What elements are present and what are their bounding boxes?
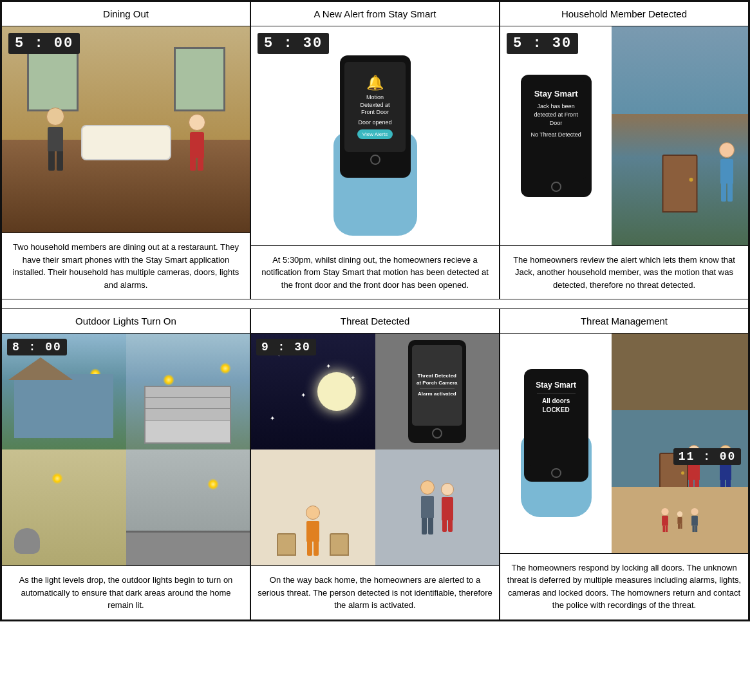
threat-text: Threat Detected at Porch Camera bbox=[415, 373, 459, 386]
garage-door bbox=[144, 386, 231, 444]
time-badge-dining: 5 : 00 bbox=[8, 33, 80, 54]
outdoor-q1: 8 : 00 bbox=[2, 334, 126, 449]
caption-phone-alert: At 5:30pm, whilst dining out, the homeow… bbox=[251, 245, 499, 299]
cell-phone-alert: A New Alert from Stay Smart 5 : 30 🔔 Mot… bbox=[250, 1, 500, 299]
mgmt-phone-device: Stay Smart All doors LOCKED bbox=[524, 369, 588, 482]
smart-phone-screen: Stay Smart Jack has been detected at Fro… bbox=[525, 81, 586, 179]
caption-household: The homeowners review the alert which le… bbox=[500, 245, 748, 299]
caption-mgmt: The homeowners respond by locking all do… bbox=[500, 553, 748, 620]
mgmt-phone-panel: Stay Smart All doors LOCKED bbox=[500, 334, 612, 553]
title-phone-alert: A New Alert from Stay Smart bbox=[251, 2, 499, 26]
image-dining: 5 : 00 bbox=[2, 26, 250, 232]
mgmt-divider bbox=[537, 393, 576, 393]
caption-outdoor: As the light levels drop, the outdoor li… bbox=[2, 565, 250, 620]
threat-phone-screen: Threat Detected at Porch Camera Alarm ac… bbox=[412, 345, 462, 426]
chair-left bbox=[277, 533, 296, 556]
mgmt-roof bbox=[612, 334, 748, 421]
suspect-head bbox=[306, 506, 320, 520]
household-house-panel bbox=[612, 26, 748, 245]
door-knob bbox=[689, 178, 693, 182]
indoor-figure-2 bbox=[677, 511, 682, 529]
house-roof-q1 bbox=[8, 357, 73, 380]
star-3: ✦ bbox=[301, 392, 306, 399]
time-threat: 9 : 30 bbox=[256, 339, 316, 355]
driveway bbox=[126, 531, 250, 565]
phone-screen: 🔔 Motion Detexted at Front Door Door ope… bbox=[344, 62, 406, 152]
title-outdoor: Outdoor Lights Turn On bbox=[2, 309, 250, 334]
time-badge-household: 5 : 30 bbox=[507, 33, 578, 54]
threat-couple bbox=[375, 449, 500, 565]
caption-threat: On the way back home, the homeowners are… bbox=[251, 565, 499, 620]
scene-threat: 9 : 30 ✦ ✦ ✦ ✦ ✦ ✦ Threat Detected at Po… bbox=[251, 334, 499, 565]
dining-window-left bbox=[27, 47, 79, 111]
house-door bbox=[662, 155, 698, 213]
smart-title: Stay Smart bbox=[534, 89, 578, 99]
cell-dining: Dining Out 5 : 00 bbox=[1, 1, 250, 299]
suspect-legs bbox=[307, 542, 319, 556]
scene-household: 5 : 30 Stay Smart Jack has been detected… bbox=[500, 26, 748, 245]
star-4: ✦ bbox=[270, 415, 275, 422]
phone-view-btn[interactable]: View Alerts bbox=[357, 129, 393, 139]
person-at-door bbox=[719, 142, 735, 202]
male-body bbox=[421, 496, 434, 518]
image-threat: 9 : 30 ✦ ✦ ✦ ✦ ✦ ✦ Threat Detected at Po… bbox=[251, 334, 499, 565]
couple-female bbox=[441, 483, 454, 532]
threat-night-sky: 9 : 30 ✦ ✦ ✦ ✦ ✦ ✦ bbox=[251, 334, 375, 449]
interior-scene bbox=[612, 487, 748, 553]
image-mgmt: Stay Smart All doors LOCKED bbox=[500, 334, 748, 553]
title-dining: Dining Out bbox=[2, 2, 250, 26]
image-phone-alert: 5 : 30 🔔 Motion Detexted at Front Door D… bbox=[251, 26, 499, 245]
suspect-body bbox=[306, 521, 319, 542]
outdoor-q3 bbox=[2, 449, 126, 565]
light-glow-4 bbox=[220, 363, 231, 374]
dining-table bbox=[81, 125, 171, 160]
scene-dining: 5 : 00 bbox=[2, 26, 250, 232]
time-mgmt: 11 : 00 bbox=[673, 448, 742, 465]
scene-phone: 5 : 30 🔔 Motion Detexted at Front Door D… bbox=[251, 26, 499, 245]
title-threat: Threat Detected bbox=[251, 309, 499, 334]
household-phone-panel: Stay Smart Jack has been detected at Fro… bbox=[500, 26, 612, 245]
light-glow-3 bbox=[163, 374, 174, 386]
mgmt-house-panel: 11 : 00 bbox=[612, 334, 748, 553]
row-gap bbox=[1, 299, 749, 308]
threat-porch bbox=[251, 449, 375, 565]
mgmt-hand-wrapper: Stay Smart All doors LOCKED bbox=[514, 369, 598, 517]
house-wall-q1 bbox=[14, 374, 113, 438]
mgmt-door-knob bbox=[681, 471, 684, 475]
mgmt-smart-title: Stay Smart bbox=[536, 381, 576, 390]
mgmt-house-bg: 11 : 00 bbox=[612, 334, 748, 553]
threat-phone-panel: Threat Detected at Porch Camera Alarm ac… bbox=[375, 334, 500, 449]
mgmt-phone-screen: Stay Smart All doors LOCKED bbox=[528, 374, 584, 465]
light-glow-5 bbox=[52, 473, 63, 484]
smart-no-threat: No Threat Detected bbox=[530, 131, 581, 139]
bbq-grill bbox=[14, 528, 40, 554]
cell-outdoor: Outdoor Lights Turn On 8 : 00 bbox=[1, 308, 250, 620]
chairs-wrapper bbox=[277, 506, 349, 556]
time-badge-phone: 5 : 30 bbox=[258, 33, 329, 54]
indoor-figure-1 bbox=[662, 508, 669, 532]
female-head bbox=[441, 483, 454, 496]
caption-dining: Two household members are dining out at … bbox=[2, 232, 250, 299]
image-outdoor: 8 : 00 bbox=[2, 334, 250, 565]
bell-icon: 🔔 bbox=[366, 75, 384, 91]
title-household: Household Member Detected bbox=[500, 2, 748, 26]
hand-phone-wrapper: 🔔 Motion Detexted at Front Door Door ope… bbox=[305, 55, 446, 236]
outdoor-q4 bbox=[126, 449, 250, 565]
cell-mgmt: Threat Management Stay Smart All doors L… bbox=[500, 308, 749, 620]
couple-male bbox=[420, 480, 435, 534]
person-female-dining bbox=[189, 114, 205, 171]
indoor-figure-3 bbox=[691, 508, 698, 532]
phone-door-text: Door opened bbox=[358, 119, 391, 127]
image-household: 5 : 30 Stay Smart Jack has been detected… bbox=[500, 26, 748, 245]
mgmt-locked-text: All doors LOCKED bbox=[532, 397, 580, 415]
moon-shape bbox=[317, 372, 356, 411]
title-mgmt: Threat Management bbox=[500, 309, 748, 334]
light-glow-6 bbox=[207, 478, 219, 490]
female-body bbox=[442, 497, 453, 520]
person-male-dining bbox=[46, 108, 64, 171]
phone-home-button bbox=[370, 155, 380, 165]
storyboard-grid: Dining Out 5 : 00 bbox=[0, 0, 750, 621]
phone-device: 🔔 Motion Detexted at Front Door Door ope… bbox=[340, 55, 411, 178]
cell-household: Household Member Detected 5 : 30 Stay Sm… bbox=[500, 1, 749, 299]
smart-alert-jack: Jack has been detected at Front Door bbox=[530, 102, 581, 127]
